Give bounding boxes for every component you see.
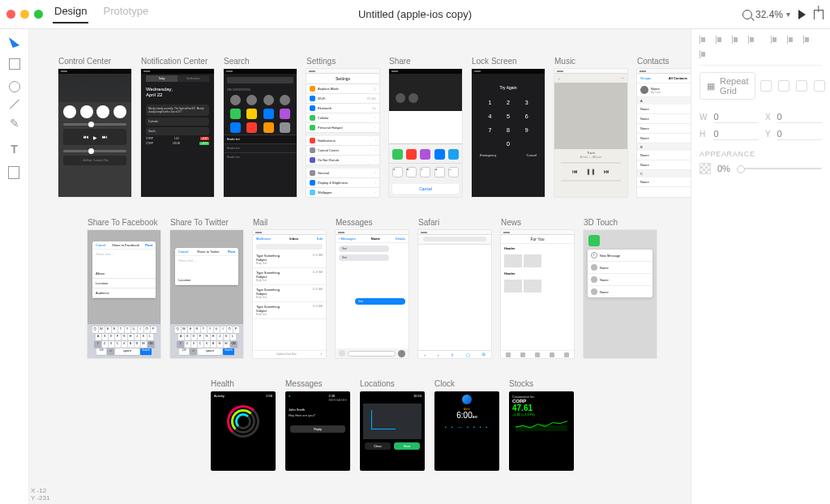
chevron-down-icon: ▾ xyxy=(786,10,790,19)
artboard-watch-stocks[interactable]: Stocks Corporation Inc. CORP 47.61 +1.02… xyxy=(509,379,574,471)
ellipse-tool[interactable] xyxy=(9,81,20,92)
select-tool[interactable] xyxy=(9,35,19,48)
zoom-window-icon[interactable] xyxy=(34,10,43,19)
exclude-icon xyxy=(814,80,825,92)
status-bar xyxy=(58,69,131,74)
artboard-watch-locations[interactable]: Locations 10:24 ClearStart xyxy=(360,379,425,471)
airdrop-row: ⌾ AirDrop: Contacts Only xyxy=(63,156,126,165)
boolean-ops[interactable] xyxy=(760,80,825,92)
distribute-v-icon xyxy=(787,36,797,44)
align-bottom-icon xyxy=(803,36,813,44)
rectangle-tool[interactable] xyxy=(9,58,20,70)
line-tool[interactable] xyxy=(9,100,19,109)
artboard-news[interactable]: News For You Header Header xyxy=(501,218,574,358)
keyboard: QWERTYUIOP ASDFGHJKL ⇧ZXCVBNM⌫ 123☺space… xyxy=(88,324,160,358)
canvas[interactable]: Control Center ⏮▶⏭ ⌾ AirDrop: Contacts O… xyxy=(29,29,691,504)
tool-palette: ✎ T xyxy=(0,29,29,504)
artboard-share-twitter[interactable]: Share To Twitter CancelShare to TwitterP… xyxy=(170,218,243,358)
watch-reply-button: Reply xyxy=(290,425,345,433)
moon-icon xyxy=(462,395,472,404)
grid-icon: ▦ xyxy=(707,81,715,92)
titlebar: Design Prototype Untitled (apple-ios cop… xyxy=(0,0,830,29)
tab-prototype[interactable]: Prototype xyxy=(101,5,150,23)
document-title: Untitled (apple-ios copy) xyxy=(358,8,472,20)
align-top-icon xyxy=(748,36,758,44)
align-hcenter-icon xyxy=(716,36,725,44)
artboard-settings[interactable]: Settings Settings Airplane Mode◯ Wi-FiWL… xyxy=(306,57,379,197)
distribute-h-icon xyxy=(771,36,781,44)
appearance-header: APPEARANCE xyxy=(700,150,822,158)
artboard-safari[interactable]: Safari ‹›⇪▢⧉ xyxy=(418,218,491,358)
artboard-share-facebook[interactable]: Share To Facebook CancelShare to Faceboo… xyxy=(88,218,160,358)
width-input[interactable] xyxy=(713,111,758,123)
subtract-icon xyxy=(778,80,789,92)
artboard-lock-screen[interactable]: Lock Screen Try Again 123 456 789 0 Emer… xyxy=(472,57,545,197)
union-icon xyxy=(760,80,772,92)
pen-tool[interactable]: ✎ xyxy=(7,116,22,130)
artboard-health[interactable]: Health Activity2:50 xyxy=(211,379,276,471)
repeat-grid-button[interactable]: ▦Repeat Grid xyxy=(700,72,755,100)
opacity-slider[interactable] xyxy=(737,168,822,169)
artboard-contacts[interactable]: Contacts GroupsAll Contacts+ NameMy Card… xyxy=(637,57,691,197)
artboard-messages[interactable]: Messages ‹ MessagesNameDetails Text Text… xyxy=(336,218,409,358)
property-inspector: ▦Repeat Grid W X H Y APPEARANCE 0% xyxy=(691,29,830,504)
align-controls[interactable] xyxy=(700,36,822,66)
artboard-notification-center[interactable]: Notification Center TodayNotifications W… xyxy=(141,57,214,197)
y-input[interactable] xyxy=(777,128,822,140)
artboard-3d-touch[interactable]: 3D Touch New Message Name Name Name xyxy=(584,218,657,358)
artboard-watch-clock[interactable]: Clock Alarm 6:00AM • • — • • • • xyxy=(434,379,499,471)
artboard-mail[interactable]: Mail MailboxesInboxEdit 11:47 AMType Som… xyxy=(253,218,326,358)
zoom-value: 32.4% xyxy=(755,9,783,20)
magnifier-icon xyxy=(742,10,752,19)
opacity-swatch-icon[interactable] xyxy=(700,163,711,174)
artboard-control-center[interactable]: Control Center ⏮▶⏭ ⌾ AirDrop: Contacts O… xyxy=(58,57,131,197)
artboard-tool[interactable] xyxy=(10,168,19,179)
align-right-icon xyxy=(732,36,742,44)
artboard-watch-messages[interactable]: Messages ●2:26MESSAGES John SmithHey How… xyxy=(285,379,350,471)
height-input[interactable] xyxy=(713,128,758,140)
artboard-music[interactable]: Music ⌄⋯ TrackArtist — Album ⏮❚❚⏭ xyxy=(554,57,627,197)
artboard-search[interactable]: Search SIRI SUGGESTIONS Header text Head… xyxy=(224,57,297,197)
opacity-value: 0% xyxy=(717,164,730,173)
close-window-icon[interactable] xyxy=(6,10,15,19)
share-icon[interactable] xyxy=(814,10,824,19)
intersect-icon xyxy=(796,80,807,92)
minimize-window-icon[interactable] xyxy=(20,10,29,19)
messages-app-icon xyxy=(588,235,600,246)
cursor-coordinates: X -12 Y -231 xyxy=(31,487,49,502)
window-controls[interactable] xyxy=(6,10,43,19)
align-vcenter-icon xyxy=(700,50,709,58)
preview-play-button[interactable] xyxy=(798,10,806,19)
share-cancel-button: Cancel xyxy=(392,184,459,194)
zoom-control[interactable]: 32.4% ▾ xyxy=(742,9,790,20)
align-left-icon xyxy=(700,36,709,44)
artboard-share[interactable]: Share xyxy=(389,57,462,197)
text-tool[interactable]: T xyxy=(7,142,22,156)
tab-design[interactable]: Design xyxy=(53,5,88,23)
x-input[interactable] xyxy=(777,111,822,123)
